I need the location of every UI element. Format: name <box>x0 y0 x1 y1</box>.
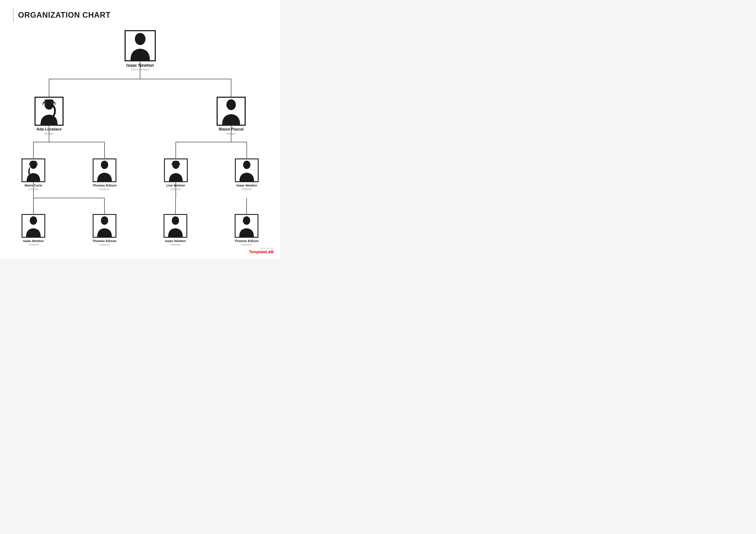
ceo-role: CEO & President <box>131 68 149 71</box>
ceo-photo <box>124 30 156 62</box>
isaac-emp2-photo <box>21 214 45 238</box>
ada-silhouette <box>36 98 63 125</box>
svg-point-29 <box>172 216 179 225</box>
svg-point-24 <box>101 161 108 169</box>
ada-name: Ada Lovelace <box>37 127 62 132</box>
blaise-role: Manager <box>227 132 236 135</box>
thomas3-name: Thomas Edison <box>234 239 258 243</box>
lise-name: Lise Meitner <box>166 184 185 187</box>
thomas3-photo <box>235 214 258 238</box>
lise-role: Employee <box>171 188 181 191</box>
employees-row1: Marie Curie Employee Thomas Edison Emplo… <box>21 159 258 191</box>
blaise-photo <box>217 97 246 126</box>
thomas1-silhouette <box>94 159 116 181</box>
ceo-node: Isaac Newton CEO & President <box>124 30 156 71</box>
manager-ada-node: Ada Lovelace Manager <box>35 97 64 135</box>
employee-thomas2-node: Thomas Edison Employee <box>93 214 117 246</box>
employees-row2: Isaac Newton Employee Thomas Edison Empl… <box>21 214 258 246</box>
employee-isaac1-node: Isaac Newton Employee <box>235 159 258 191</box>
watermark-brand-part1: Template <box>249 250 266 254</box>
blaise-silhouette <box>218 98 245 125</box>
marie-silhouette <box>22 159 44 181</box>
thomas1-photo <box>93 159 116 182</box>
marie-role: Employee <box>28 188 39 191</box>
svg-point-30 <box>243 216 250 225</box>
svg-point-27 <box>30 216 37 225</box>
employee-thomas3-node: Thomas Edison Employee <box>234 214 258 246</box>
isaac-emp1-name: Isaac Newton <box>236 184 257 187</box>
thomas1-name: Thomas Edison <box>93 184 117 187</box>
thomas3-role: Employee <box>241 243 252 246</box>
ceo-silhouette <box>126 31 155 60</box>
svg-point-22 <box>227 99 236 110</box>
employee-isaac2-node: Isaac Newton Employee <box>21 214 45 246</box>
isaac-emp1-role: Employee <box>242 188 252 191</box>
thomas2-name: Thomas Edison <box>93 239 117 243</box>
isaac-emp3-photo <box>164 214 187 238</box>
marie-name: Marie Curie <box>25 184 42 187</box>
ada-photo <box>35 97 64 126</box>
page: ORGANIZATION CHART Isaac Newton CEO & Pr… <box>0 0 280 259</box>
isaac-emp3-role: Employee <box>170 243 181 246</box>
svg-point-28 <box>101 216 108 225</box>
thomas2-role: Employee <box>99 243 110 246</box>
employee-lise-node: Lise Meitner Employee <box>164 159 188 191</box>
lise-silhouette <box>165 159 187 181</box>
title-accent <box>13 9 14 21</box>
isaac-emp1-photo <box>235 159 258 182</box>
page-title: ORGANIZATION CHART <box>18 11 111 20</box>
watermark: CREATED BY TemplateLAB <box>249 247 274 254</box>
thomas2-photo <box>93 214 116 238</box>
marie-photo <box>21 159 45 182</box>
employee-thomas1-node: Thomas Edison Employee <box>93 159 117 191</box>
lise-photo <box>164 159 188 182</box>
watermark-created: CREATED BY <box>259 247 274 250</box>
thomas1-role: Employee <box>99 188 110 191</box>
managers-row: Ada Lovelace Manager Blaise Pascal Manag… <box>21 97 258 135</box>
ceo-name: Isaac Newton <box>126 63 154 68</box>
thomas2-silhouette <box>94 215 116 237</box>
isaac-emp3-name: Isaac Newton <box>165 239 186 243</box>
org-chart: Isaac Newton CEO & President Ad <box>21 28 258 246</box>
isaac-emp1-silhouette <box>236 159 258 181</box>
connector-space-1 <box>21 71 258 97</box>
employee-isaac3-node: Isaac Newton Employee <box>164 214 187 246</box>
isaac-emp2-role: Employee <box>28 243 39 246</box>
connector-space-2 <box>21 135 258 159</box>
employee-marie-node: Marie Curie Employee <box>21 159 45 191</box>
thomas3-silhouette <box>235 215 257 237</box>
svg-point-20 <box>135 33 146 45</box>
isaac-emp3-silhouette <box>164 215 186 237</box>
isaac-emp2-name: Isaac Newton <box>23 239 44 243</box>
isaac-emp2-silhouette <box>22 215 44 237</box>
manager-blaise-node: Blaise Pascal Manager <box>217 97 246 135</box>
ceo-row: Isaac Newton CEO & President <box>21 28 258 71</box>
ada-role: Manager <box>44 132 54 135</box>
blaise-name: Blaise Pascal <box>219 127 244 132</box>
svg-point-26 <box>243 161 251 169</box>
connector-space-3 <box>21 191 258 214</box>
watermark-brand: TemplateLAB <box>249 250 274 255</box>
title-bar: ORGANIZATION CHART <box>13 9 267 21</box>
watermark-brand-part2: LAB <box>266 250 274 254</box>
